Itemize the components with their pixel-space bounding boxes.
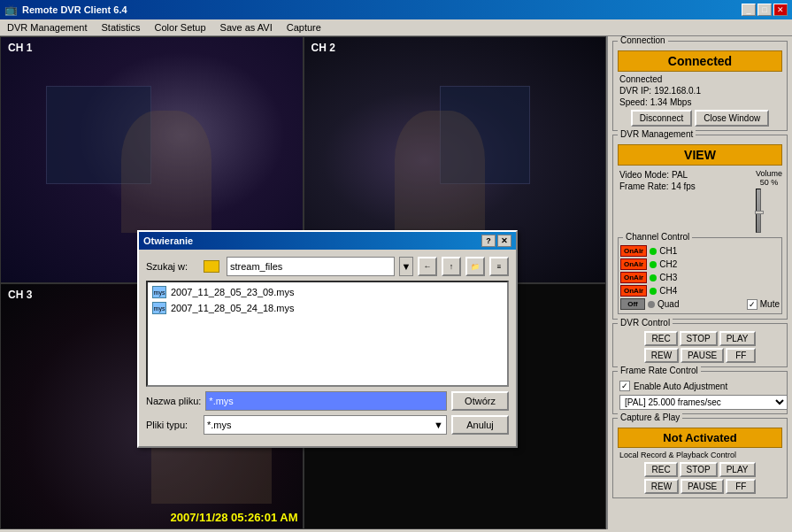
dialog-title-bar: Otwieranie ? ✕ [139, 232, 516, 250]
cancel-button[interactable]: Anuluj [451, 415, 509, 435]
look-in-label: Szukaj w: [146, 261, 199, 272]
file-type-label: Pliki typu: [146, 420, 199, 430]
look-in-value: stream_files [230, 261, 282, 272]
open-button[interactable]: Otwórz [451, 391, 509, 411]
new-folder-toolbar-btn[interactable]: 📁 [465, 257, 485, 276]
open-file-dialog: Otwieranie ? ✕ Szukaj w: stream_files ▼ … [137, 230, 518, 448]
dialog-close-button[interactable]: ✕ [497, 235, 511, 247]
view-toolbar-btn[interactable]: ≡ [489, 257, 509, 276]
file-name-0: 2007_11_28_05_23_09.mys [171, 287, 294, 297]
look-in-combo-arrow[interactable]: ▼ [399, 257, 413, 276]
file-item-1[interactable]: mys 2007_11_28_05_24_18.mys [150, 300, 505, 316]
file-icon-1: mys [152, 302, 166, 314]
file-icon-0: mys [152, 286, 166, 298]
file-item-0[interactable]: mys 2007_11_28_05_23_09.mys [150, 284, 505, 300]
file-name-input[interactable] [205, 391, 447, 411]
folder-icon [204, 260, 219, 273]
dialog-title-text: Otwieranie [143, 235, 193, 246]
file-name-1: 2007_11_28_05_24_18.mys [171, 303, 294, 313]
dialog-overlay: Otwieranie ? ✕ Szukaj w: stream_files ▼ … [0, 0, 792, 532]
file-type-value: *.mys [207, 420, 232, 430]
file-name-label: Nazwa pliku: [146, 396, 201, 406]
file-list: mys 2007_11_28_05_23_09.mys mys 2007_11_… [146, 281, 509, 387]
file-type-arrow: ▼ [434, 420, 443, 430]
file-type-combo[interactable]: *.mys ▼ [204, 415, 447, 435]
back-toolbar-btn[interactable]: ← [418, 257, 437, 276]
up-toolbar-btn[interactable]: ↑ [442, 257, 461, 276]
dialog-help-button[interactable]: ? [481, 235, 496, 247]
look-in-combo[interactable]: stream_files [227, 257, 395, 276]
